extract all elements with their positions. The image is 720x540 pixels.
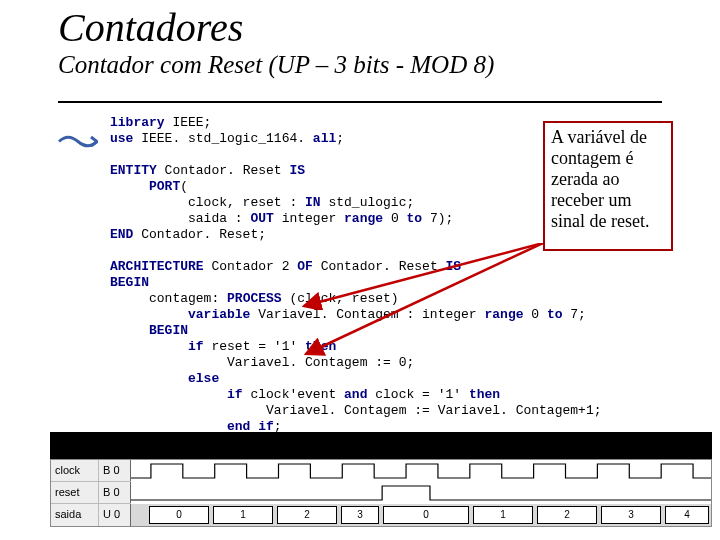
vhdl-code: library IEEE; use IEEE. std_logic_1164. … xyxy=(110,115,610,445)
slide: Contadores Contador com Reset (UP – 3 bi… xyxy=(0,0,720,540)
wave-reset xyxy=(131,482,711,504)
callout-box: A variável de contagem é zerada ao receb… xyxy=(543,121,673,251)
wave-state: B 0 xyxy=(99,460,131,481)
saida-value: 0 xyxy=(149,506,209,524)
wave-clock xyxy=(131,460,711,482)
wave-row-clock: clock B 0 xyxy=(51,460,711,482)
black-bar xyxy=(50,432,712,459)
wave-row-saida: saida U 0 0 1 2 3 0 1 2 3 4 xyxy=(51,504,711,526)
wave-saida: 0 1 2 3 0 1 2 3 4 xyxy=(131,504,711,526)
slide-title: Contadores xyxy=(0,0,720,51)
saida-value: 3 xyxy=(341,506,379,524)
slide-subtitle: Contador com Reset (UP – 3 bits - MOD 8) xyxy=(0,51,720,79)
saida-value: 2 xyxy=(537,506,597,524)
wave-label: clock xyxy=(51,460,99,481)
saida-value: 2 xyxy=(277,506,337,524)
wave-state: U 0 xyxy=(99,504,131,526)
saida-value: 1 xyxy=(213,506,273,524)
saida-value: 3 xyxy=(601,506,661,524)
saida-value: 0 xyxy=(383,506,469,524)
wave-label: reset xyxy=(51,482,99,503)
bullet-icon xyxy=(58,130,98,153)
saida-value: 1 xyxy=(473,506,533,524)
title-underline xyxy=(58,101,662,103)
waveform-panel: clock B 0 reset B 0 saida U 0 0 1 2 3 0 … xyxy=(50,459,712,527)
wave-label: saida xyxy=(51,504,99,526)
wave-row-reset: reset B 0 xyxy=(51,482,711,504)
saida-value: 4 xyxy=(665,506,709,524)
wave-state: B 0 xyxy=(99,482,131,503)
